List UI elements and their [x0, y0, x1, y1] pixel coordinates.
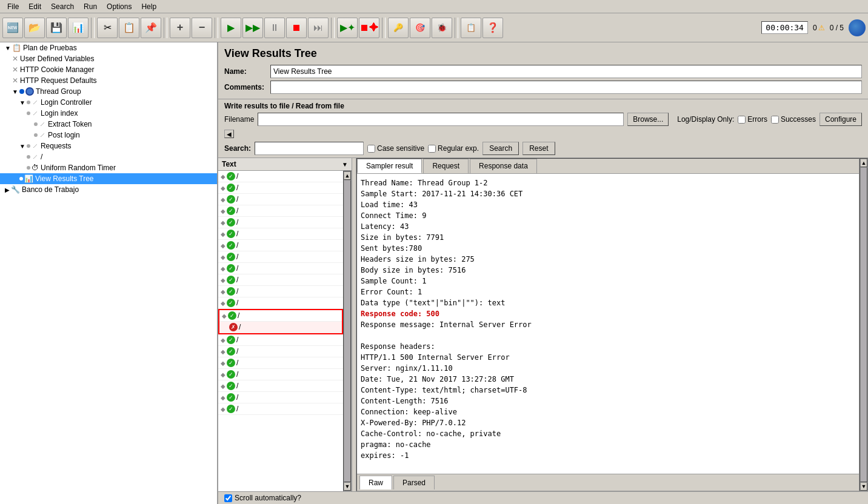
scroll-up-button[interactable]: ▲ — [344, 171, 351, 180]
reset-button[interactable]: Reset — [522, 142, 555, 155]
resize-handle[interactable] — [352, 158, 356, 491]
result-item-2[interactable]: ◆ ✓ / — [218, 182, 343, 194]
result-item-15[interactable]: ◆ ✓ / — [218, 346, 343, 357]
successes-checkbox[interactable] — [771, 116, 779, 124]
result-item-12[interactable]: ◆ ✓ / — [218, 297, 343, 309]
pause-button[interactable]: ⏸ — [264, 18, 285, 38]
log-button[interactable]: 🎯 — [410, 18, 430, 38]
remote-stop-button[interactable]: ⏹✦ — [359, 18, 379, 38]
detail-scroll-up[interactable]: ▲ — [860, 159, 867, 167]
result-item-8[interactable]: ◆ ✓ / — [218, 251, 343, 263]
result-item-4[interactable]: ◆ ✓ / — [218, 205, 343, 217]
tree-item-req-defaults[interactable]: ✕ HTTP Request Defaults — [0, 75, 217, 86]
ssl-button[interactable]: 🔑 — [388, 18, 409, 38]
tree-item-post-login[interactable]: ⟋ Post login — [0, 130, 217, 141]
tree-item-view-results[interactable]: 📊 View Results Tree — [0, 173, 217, 184]
remote-start-button[interactable]: ▶✦ — [337, 18, 358, 38]
menu-run[interactable]: Run — [79, 1, 102, 12]
copy-button[interactable]: 📋 — [119, 18, 139, 38]
tab-request[interactable]: Request — [423, 159, 469, 173]
browse-button[interactable]: Browse... — [627, 113, 669, 126]
result-item-20[interactable]: ◆ ✓ / — [218, 403, 343, 415]
status-icon-13c: ✗ — [229, 323, 238, 331]
new-button[interactable]: 🆕 — [2, 18, 23, 38]
sort-icon: ▼ — [342, 161, 348, 168]
cut-button[interactable]: ✂ — [97, 18, 118, 38]
scroll-auto-checkbox[interactable] — [224, 494, 232, 502]
help-button[interactable]: ❓ — [482, 18, 503, 38]
result-text-6: / — [236, 230, 238, 238]
function-button[interactable]: 🐞 — [432, 18, 452, 38]
result-item-17[interactable]: ◆ ✓ / — [218, 369, 343, 380]
tree-item-workbench[interactable]: ▶ 🔧 Banco de Trabajo — [0, 184, 217, 195]
tree-item-slash[interactable]: ⟋ / — [0, 151, 217, 162]
tree-item-cookie[interactable]: ✕ HTTP Cookie Manager — [0, 64, 217, 75]
result-item-14[interactable]: ◆ ✓ / — [218, 334, 343, 346]
start-nopause-button[interactable]: ▶▶ — [242, 18, 263, 38]
filename-input[interactable] — [258, 113, 624, 126]
result-item-18[interactable]: ◆ ✓ / — [218, 380, 343, 392]
menu-options[interactable]: Options — [102, 1, 136, 12]
result-item-9[interactable]: ◆ ✓ / — [218, 263, 343, 274]
regular-exp-checkbox[interactable] — [428, 145, 436, 153]
tab-raw[interactable]: Raw — [359, 476, 392, 489]
dot-icon-4 — [34, 122, 38, 126]
header-line-1: HTTP/1.1 500 Internal Server Error — [361, 352, 855, 363]
tree-item-login-index[interactable]: ⟋ Login index — [0, 108, 217, 119]
result-item-13-child[interactable]: ✗ / — [219, 322, 342, 333]
tree-item-plan[interactable]: ▼ 📋 Plan de Pruebas — [0, 42, 217, 53]
result-item-7[interactable]: ◆ ✓ / — [218, 240, 343, 251]
menu-edit[interactable]: Edit — [24, 1, 46, 12]
collapse-button[interactable]: ◀ — [224, 130, 234, 138]
clear-button[interactable]: 📋 — [461, 18, 481, 38]
shutdown-button[interactable]: ⏭ — [308, 18, 329, 38]
result-item-11[interactable]: ◆ ✓ / — [218, 286, 343, 297]
remove-button[interactable]: − — [192, 18, 212, 38]
result-item-5[interactable]: ◆ ✓ / — [218, 217, 343, 228]
tree-item-login-ctrl[interactable]: ▼ ⟋ Login Controller — [0, 97, 217, 108]
name-input[interactable] — [270, 65, 862, 78]
result-item-19[interactable]: ◆ ✓ / — [218, 392, 343, 403]
search-input[interactable] — [255, 142, 364, 155]
open-button[interactable]: 📂 — [24, 18, 45, 38]
warning-badge: 0 ⚠ — [813, 24, 825, 32]
search-button[interactable]: Search — [482, 142, 519, 155]
tree-label-req-defaults: HTTP Request Defaults — [20, 76, 97, 85]
tree-item-requests[interactable]: ▼ ⟋ Requests — [0, 141, 217, 151]
tree-item-thread-group[interactable]: ▼ Thread Group — [0, 86, 217, 97]
add-button[interactable]: + — [170, 18, 190, 38]
case-sensitive-checkbox[interactable] — [367, 145, 375, 153]
save-button[interactable]: 💾 — [46, 18, 67, 38]
tree-item-timer[interactable]: ⏱ Uniform Random Timer — [0, 162, 217, 173]
detail-scrollbar[interactable]: ▲ ▼ — [860, 158, 868, 491]
result-item-3[interactable]: ◆ ✓ / — [218, 194, 343, 205]
header-line-6: Connection: keep-alive — [361, 406, 855, 417]
scroll-down-button[interactable]: ▼ — [344, 482, 351, 491]
detail-scroll-thumb[interactable] — [860, 167, 867, 482]
tab-parsed[interactable]: Parsed — [393, 476, 435, 489]
menu-file[interactable]: File — [2, 1, 24, 12]
tree-item-user-vars[interactable]: ✕ User Defined Variables — [0, 53, 217, 64]
menu-search[interactable]: Search — [46, 1, 79, 12]
tree-item-extract-token[interactable]: ⟋ Extract Token — [0, 119, 217, 130]
result-item-13[interactable]: ◆ ✓ / — [219, 310, 342, 322]
detail-scroll-down[interactable]: ▼ — [860, 482, 867, 491]
comments-input[interactable] — [270, 81, 862, 94]
tab-response-data[interactable]: Response data — [470, 159, 537, 173]
scroll-thumb[interactable] — [344, 180, 351, 482]
stop-button[interactable]: ⏹ — [286, 18, 307, 38]
result-item-10[interactable]: ◆ ✓ / — [218, 274, 343, 286]
result-item-16[interactable]: ◆ ✓ / — [218, 357, 343, 369]
tab-sampler-result[interactable]: Sampler result — [357, 159, 422, 173]
start-button[interactable]: ▶ — [221, 18, 241, 38]
result-text-7: / — [236, 241, 238, 250]
result-item-1[interactable]: ◆ ✓ / — [218, 171, 343, 182]
report-button[interactable]: 📊 — [68, 18, 88, 38]
errors-checkbox[interactable] — [738, 116, 746, 124]
log-display-label: Log/Display Only: — [677, 115, 734, 124]
result-item-6[interactable]: ◆ ✓ / — [218, 228, 343, 240]
menu-help[interactable]: Help — [136, 1, 161, 12]
configure-button[interactable]: Configure — [820, 113, 862, 126]
paste-button[interactable]: 📌 — [141, 18, 161, 38]
results-scrollbar[interactable]: ▲ ▼ — [343, 171, 352, 491]
